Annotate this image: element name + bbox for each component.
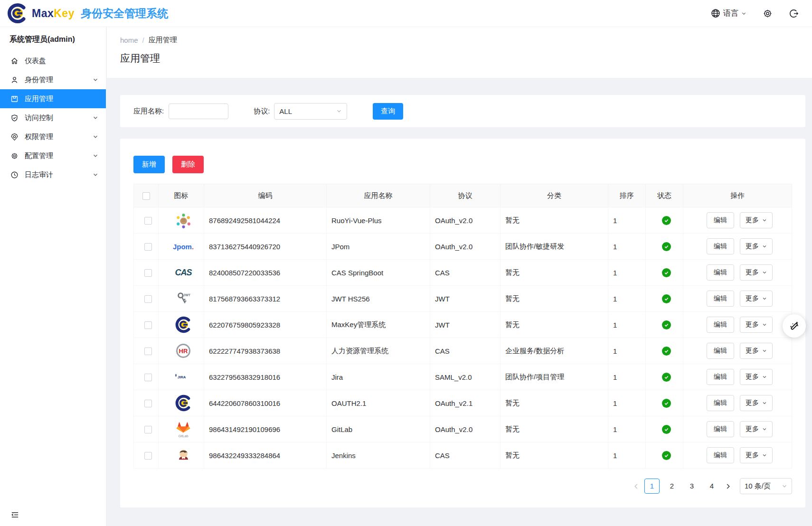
svg-text:JIRA: JIRA [178, 375, 186, 379]
topbar-actions: 语言 [711, 9, 812, 19]
row-checkbox[interactable] [144, 400, 152, 407]
edit-button[interactable]: 编辑 [707, 317, 734, 333]
sidebar-item-configuration[interactable]: 配置管理 [0, 146, 106, 165]
row-checkbox[interactable] [144, 426, 152, 433]
sidebar-item-access-control[interactable]: 访问控制 [0, 108, 106, 127]
delete-button[interactable]: 删除 [172, 156, 204, 173]
column-header-name: 应用名称 [327, 184, 430, 207]
breadcrumb-separator: / [142, 36, 144, 44]
next-page-button[interactable] [722, 479, 734, 494]
globe-icon [711, 9, 720, 18]
more-button[interactable]: 更多 [740, 264, 773, 281]
logout-button[interactable] [789, 9, 799, 19]
language-menu[interactable]: 语言 [711, 9, 746, 19]
select-all-checkbox[interactable] [142, 192, 150, 200]
more-button[interactable]: 更多 [740, 212, 773, 228]
page-button-3[interactable]: 3 [684, 479, 699, 494]
app-name: CAS SpringBoot [327, 260, 430, 286]
more-button[interactable]: 更多 [740, 395, 773, 411]
search-button[interactable]: 查询 [373, 103, 403, 120]
more-button[interactable]: 更多 [740, 343, 773, 359]
app-sort: 1 [608, 338, 646, 364]
prev-page-button[interactable] [630, 479, 642, 494]
app-category: 暂无 [500, 390, 608, 416]
identity-icon [10, 76, 19, 84]
row-checkbox[interactable] [144, 374, 152, 381]
app-sort: 1 [608, 416, 646, 442]
more-button[interactable]: 更多 [740, 317, 773, 333]
audit-log-icon [10, 171, 19, 179]
app-sort: 1 [608, 234, 646, 260]
page-button-1[interactable]: 1 [644, 479, 660, 494]
permission-icon [10, 133, 19, 141]
app-protocol: OAuth_v2.0 [430, 234, 500, 260]
edit-button[interactable]: 编辑 [707, 343, 734, 359]
more-button[interactable]: 更多 [740, 369, 773, 385]
app-category: 暂无 [500, 207, 608, 234]
maxkey-app-icon [174, 394, 193, 413]
breadcrumb-home-link[interactable]: home [120, 36, 138, 44]
more-button[interactable]: 更多 [740, 447, 773, 463]
column-header-actions: 操作 [683, 184, 792, 207]
chevron-down-icon [93, 77, 98, 83]
app-name: GitLab [327, 416, 430, 442]
sidebar-item-permissions[interactable]: 权限管理 [0, 127, 106, 146]
app-category: 暂无 [500, 442, 608, 469]
app-code: 837136275440926720 [204, 234, 327, 260]
app-name: MaxKey管理系统 [327, 312, 430, 338]
protocol-select[interactable]: ALL [274, 103, 347, 120]
app-category: 暂无 [500, 286, 608, 312]
edit-button[interactable]: 编辑 [707, 264, 734, 281]
app-name: JPom [327, 234, 430, 260]
page-size-select[interactable]: 10 条/页 [740, 478, 792, 494]
app-sort: 1 [608, 364, 646, 390]
row-checkbox[interactable] [144, 217, 152, 225]
app-category: 暂无 [500, 312, 608, 338]
column-header-code: 编码 [204, 184, 327, 207]
app-name: RuoYi-Vue-Plus [327, 207, 430, 234]
settings-button[interactable] [763, 9, 773, 19]
app-protocol: JWT [430, 312, 500, 338]
chevron-down-icon [93, 115, 98, 121]
app-sort: 1 [608, 390, 646, 416]
edit-button[interactable]: 编辑 [707, 395, 734, 411]
more-button[interactable]: 更多 [740, 421, 773, 437]
apps-icon [10, 95, 19, 103]
theme-settings-button[interactable] [783, 314, 806, 338]
row-checkbox[interactable] [144, 348, 152, 355]
more-button[interactable]: 更多 [740, 238, 773, 254]
status-enabled-icon [662, 216, 671, 225]
status-enabled-icon [662, 451, 671, 460]
add-button[interactable]: 新增 [133, 156, 165, 173]
app-code: 644220607860310016 [204, 390, 327, 416]
brand: MaxKey 身份安全管理系统 [0, 3, 168, 24]
edit-button[interactable]: 编辑 [707, 447, 734, 463]
row-checkbox[interactable] [144, 295, 152, 303]
app-category: 暂无 [500, 416, 608, 442]
status-enabled-icon [662, 320, 671, 329]
app-sort: 1 [608, 286, 646, 312]
edit-button[interactable]: 编辑 [707, 369, 734, 385]
row-checkbox[interactable] [144, 243, 152, 251]
app-name-filter-input[interactable] [169, 103, 228, 119]
app-protocol: JWT [430, 286, 500, 312]
page-button-2[interactable]: 2 [664, 479, 680, 494]
page-button-4[interactable]: 4 [704, 479, 719, 494]
sidebar-item-applications[interactable]: 应用管理 [0, 89, 106, 108]
sidebar-collapse-button[interactable] [10, 510, 19, 519]
sidebar-item-identity[interactable]: 身份管理 [0, 70, 106, 89]
more-button[interactable]: 更多 [740, 291, 773, 307]
app-category: 团队协作/项目管理 [500, 364, 608, 390]
row-checkbox[interactable] [144, 452, 152, 460]
edit-button[interactable]: 编辑 [707, 291, 734, 307]
sidebar-item-audit-log[interactable]: 日志审计 [0, 165, 106, 184]
table-row: JWT 817568793663373312 JWT HS256 JWT 暂无 … [134, 286, 792, 312]
sidebar-item-dashboard[interactable]: 仪表盘 [0, 51, 106, 70]
row-checkbox[interactable] [144, 269, 152, 277]
table-row: 986432249333284864 Jenkins CAS 暂无 1 编辑 更… [134, 442, 792, 469]
edit-button[interactable]: 编辑 [707, 212, 734, 228]
edit-button[interactable]: 编辑 [707, 421, 734, 437]
edit-button[interactable]: 编辑 [707, 238, 734, 254]
access-control-icon [10, 114, 19, 122]
row-checkbox[interactable] [144, 321, 152, 329]
